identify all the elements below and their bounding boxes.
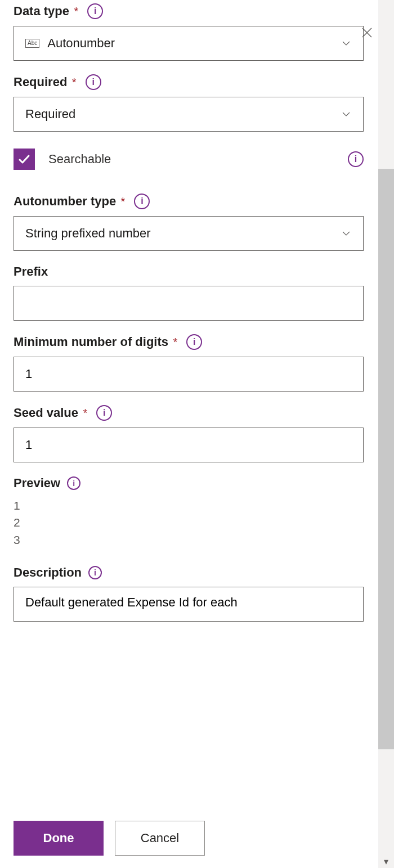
required-indicator: * bbox=[83, 407, 87, 419]
abc-icon: Abc bbox=[25, 39, 39, 48]
searchable-label: Searchable bbox=[48, 152, 348, 167]
description-field: Description i bbox=[14, 565, 364, 624]
required-label: Required bbox=[14, 75, 67, 89]
required-value: Required bbox=[25, 107, 341, 122]
autonumber-type-value: String prefixed number bbox=[25, 226, 341, 241]
scrollbar[interactable]: ▾ bbox=[378, 0, 394, 868]
scrollbar-arrow-down-icon[interactable]: ▾ bbox=[378, 856, 394, 867]
data-type-value: Autonumber bbox=[47, 36, 341, 51]
cancel-button[interactable]: Cancel bbox=[115, 821, 205, 856]
data-type-label: Data type bbox=[14, 4, 69, 18]
info-icon[interactable]: i bbox=[186, 334, 202, 350]
panel-footer: Done Cancel bbox=[0, 811, 377, 868]
chevron-down-icon bbox=[341, 109, 352, 120]
min-digits-label: Minimum number of digits bbox=[14, 335, 168, 349]
seed-field: Seed value * i bbox=[14, 405, 364, 462]
data-type-select[interactable]: Abc Autonumber bbox=[14, 26, 364, 61]
prefix-label: Prefix bbox=[14, 264, 48, 279]
info-icon[interactable]: i bbox=[87, 3, 103, 19]
autonumber-type-select[interactable]: String prefixed number bbox=[14, 216, 364, 251]
preview-field: Preview i 1 2 3 bbox=[14, 476, 364, 548]
min-digits-field: Minimum number of digits * i bbox=[14, 334, 364, 392]
info-icon[interactable]: i bbox=[86, 74, 101, 90]
required-indicator: * bbox=[72, 76, 77, 88]
seed-label: Seed value bbox=[14, 406, 78, 420]
required-indicator: * bbox=[173, 336, 177, 348]
chevron-down-icon bbox=[341, 38, 352, 49]
autonumber-type-field: Autonumber type * i String prefixed numb… bbox=[14, 194, 364, 251]
preview-item: 1 bbox=[14, 497, 364, 514]
preview-item: 2 bbox=[14, 514, 364, 531]
done-button[interactable]: Done bbox=[14, 821, 104, 856]
info-icon[interactable]: i bbox=[96, 405, 112, 421]
column-properties-panel: Data type * i Abc Autonumber Re bbox=[0, 0, 377, 868]
scrollbar-thumb[interactable] bbox=[378, 169, 394, 749]
info-icon[interactable]: i bbox=[134, 194, 150, 209]
info-icon[interactable]: i bbox=[348, 151, 364, 167]
seed-input[interactable] bbox=[14, 428, 364, 462]
required-select[interactable]: Required bbox=[14, 97, 364, 132]
required-indicator: * bbox=[121, 195, 126, 208]
data-type-field: Data type * i Abc Autonumber bbox=[14, 3, 364, 61]
preview-item: 3 bbox=[14, 532, 364, 548]
required-indicator: * bbox=[74, 5, 79, 17]
close-button[interactable] bbox=[358, 24, 376, 42]
min-digits-input[interactable] bbox=[14, 357, 364, 392]
searchable-checkbox[interactable] bbox=[14, 149, 35, 170]
info-icon[interactable]: i bbox=[88, 566, 102, 579]
preview-list: 1 2 3 bbox=[14, 497, 364, 548]
autonumber-type-label: Autonumber type bbox=[14, 194, 116, 208]
description-label: Description bbox=[14, 565, 82, 580]
preview-label: Preview bbox=[14, 476, 60, 491]
required-field: Required * i Required bbox=[14, 74, 364, 132]
searchable-row: Searchable i bbox=[14, 149, 364, 170]
prefix-field: Prefix bbox=[14, 264, 364, 321]
prefix-input[interactable] bbox=[14, 286, 364, 321]
info-icon[interactable]: i bbox=[67, 476, 80, 490]
chevron-down-icon bbox=[341, 228, 352, 239]
description-input[interactable] bbox=[14, 587, 364, 622]
